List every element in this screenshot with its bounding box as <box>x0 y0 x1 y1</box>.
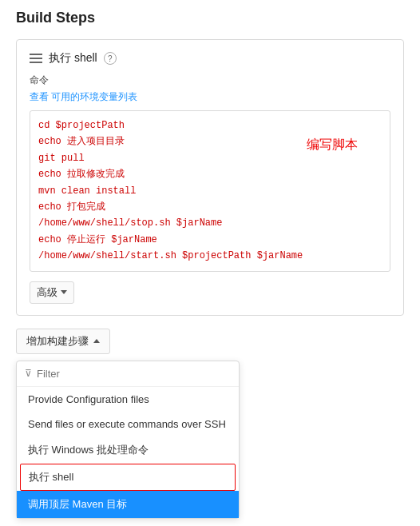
filter-row: ⊽ <box>17 361 239 387</box>
code-line-9: /home/www/shell/start.sh $projectPath $j… <box>38 248 382 264</box>
code-line-8: echo 停止运行 $jarName <box>38 232 382 248</box>
advanced-button[interactable]: 高级 <box>30 281 74 304</box>
filter-input[interactable] <box>37 368 231 380</box>
add-steps-section: 增加构建步骤 ⊽ Provide Configuration files Sen… <box>16 329 404 519</box>
code-line-1: cd $projectPath <box>38 118 382 133</box>
drag-handle-icon[interactable] <box>30 54 42 63</box>
code-line-3: git pull <box>38 150 382 166</box>
page-title: Build Steps <box>16 10 404 26</box>
add-steps-button[interactable]: 增加构建步骤 <box>16 329 110 354</box>
code-line-4: echo 拉取修改完成 <box>38 166 382 182</box>
add-steps-dropdown: ⊽ Provide Configuration files Send files… <box>16 361 240 519</box>
chevron-up-icon <box>93 339 100 343</box>
step-title: 执行 shell <box>49 51 97 66</box>
code-line-6: echo 打包完成 <box>38 199 382 215</box>
add-steps-label: 增加构建步骤 <box>26 334 89 349</box>
script-code-block[interactable]: 编写脚本 cd $projectPath echo 进入项目目录 git pul… <box>30 110 390 272</box>
menu-item-windows-batch[interactable]: 执行 Windows 批处理命令 <box>17 436 239 464</box>
code-line-7: /home/www/shell/stop.sh $jarName <box>38 215 382 231</box>
chevron-down-icon <box>61 290 67 294</box>
build-step-card: 执行 shell ? 命令 查看 可用的环境变量列表 编写脚本 cd $proj… <box>16 39 404 316</box>
env-variables-link[interactable]: 查看 可用的环境变量列表 <box>30 90 390 104</box>
advanced-label: 高级 <box>37 285 57 300</box>
menu-item-execute-shell[interactable]: 执行 shell <box>20 464 236 491</box>
menu-item-provide-config[interactable]: Provide Configuration files <box>17 387 239 412</box>
menu-item-maven-target[interactable]: 调用顶层 Maven 目标 <box>17 491 239 518</box>
filter-icon: ⊽ <box>25 368 32 379</box>
command-label: 命令 <box>30 74 390 87</box>
help-icon[interactable]: ? <box>104 52 117 65</box>
code-line-2: echo 进入项目目录 <box>38 133 382 149</box>
code-line-5: mvn clean install <box>38 183 382 199</box>
step-header: 执行 shell ? <box>30 51 390 66</box>
menu-item-send-files-ssh[interactable]: Send files or execute commands over SSH <box>17 412 239 436</box>
